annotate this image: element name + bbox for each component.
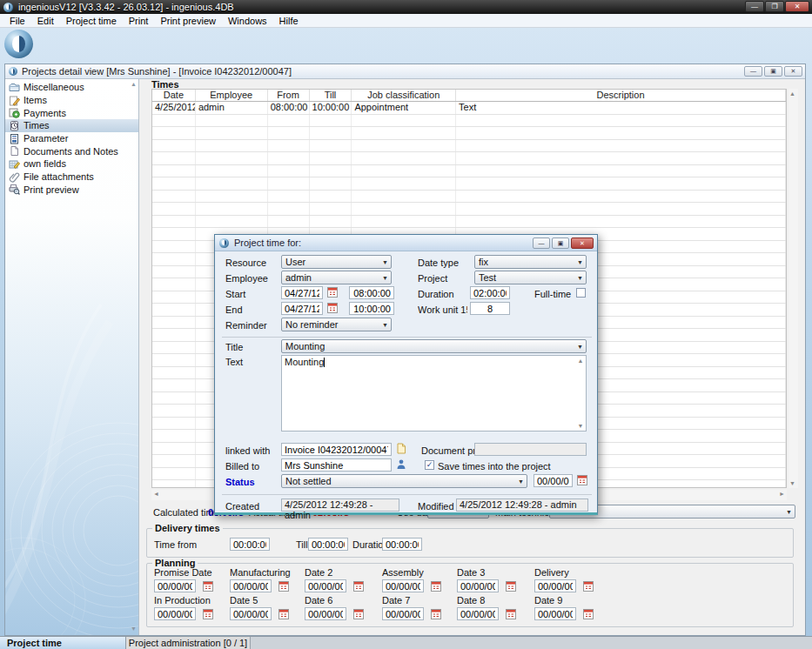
planning-date-field[interactable]: [154, 579, 196, 592]
table-row[interactable]: [152, 191, 786, 204]
table-row[interactable]: [152, 165, 786, 178]
calendar-icon[interactable]: [278, 608, 289, 619]
calendar-icon[interactable]: [327, 286, 338, 298]
sidebar-scroll-up-icon[interactable]: ▲: [131, 81, 137, 87]
column-header-date[interactable]: Date: [152, 90, 196, 101]
planning-date-field[interactable]: [382, 579, 424, 592]
dialog-close-button[interactable]: ✕: [571, 238, 594, 249]
dialog-titlebar[interactable]: Project time for: — ▣ ✕: [215, 235, 597, 251]
sidebar-item-payments[interactable]: Payments: [5, 106, 138, 119]
maximize-button[interactable]: ❐: [765, 1, 784, 12]
table-row[interactable]: [152, 115, 786, 128]
window-close-button[interactable]: ✕: [784, 66, 802, 77]
close-button[interactable]: ✕: [785, 1, 809, 12]
work-unit-field[interactable]: [470, 302, 510, 315]
sidebar-item-file-attachments[interactable]: File attachments: [5, 171, 138, 184]
document-project-field[interactable]: [474, 443, 587, 456]
menu-print[interactable]: Print: [123, 16, 155, 26]
status-select[interactable]: Not settled▼: [281, 474, 527, 488]
table-row[interactable]: [152, 177, 786, 191]
scroll-up-icon[interactable]: ▲: [576, 358, 585, 364]
planning-date-field[interactable]: [457, 579, 499, 592]
sidebar-item-documents-and-notes[interactable]: Documents and Notes: [5, 144, 138, 157]
table-row[interactable]: [152, 216, 786, 229]
planning-date-field[interactable]: [382, 607, 424, 620]
calendar-icon[interactable]: [327, 302, 338, 313]
table-row[interactable]: [152, 203, 786, 216]
start-date-field[interactable]: [281, 286, 323, 299]
sidebar-item-items[interactable]: Items: [5, 94, 138, 107]
column-header-till[interactable]: Till: [310, 90, 352, 101]
scroll-down-icon[interactable]: ▼: [576, 423, 585, 429]
table-row[interactable]: [152, 152, 786, 165]
window-minimize-button[interactable]: —: [744, 66, 762, 77]
statusbar-tab-project-administration[interactable]: Project administration [0 / 1]: [126, 637, 251, 649]
resource-select[interactable]: User▼: [281, 255, 392, 269]
planning-date-field[interactable]: [534, 607, 576, 620]
scroll-up-icon[interactable]: ▲: [789, 90, 795, 97]
date-type-select[interactable]: fix▼: [474, 255, 587, 269]
sidebar-scroll-down-icon[interactable]: ▼: [131, 626, 137, 632]
column-header-job-classification[interactable]: Job classification: [352, 90, 456, 101]
scroll-right-icon[interactable]: ►: [779, 491, 785, 497]
detail-window-titlebar[interactable]: Projects detail view [Mrs Sunshine] - [I…: [5, 64, 805, 79]
planning-date-field[interactable]: [534, 579, 576, 592]
calendar-icon[interactable]: [278, 580, 289, 592]
start-time-field[interactable]: [349, 286, 394, 299]
calendar-icon[interactable]: [583, 608, 594, 619]
calendar-icon[interactable]: [353, 580, 364, 592]
end-time-field[interactable]: [349, 302, 394, 315]
save-times-checkbox[interactable]: ✓: [425, 460, 434, 470]
scroll-left-icon[interactable]: ◄: [153, 491, 159, 497]
person-icon[interactable]: [396, 458, 406, 470]
menu-print-preview[interactable]: Print preview: [154, 16, 222, 26]
planning-date-field[interactable]: [230, 607, 272, 620]
column-header-from[interactable]: From: [268, 90, 310, 101]
planning-date-field[interactable]: [305, 607, 346, 620]
menu-project-time[interactable]: Project time: [60, 16, 123, 26]
text-textarea[interactable]: Mounting ▲ ▼: [281, 355, 587, 432]
planning-date-field[interactable]: [305, 579, 346, 592]
menu-file[interactable]: File: [3, 16, 31, 26]
reminder-select[interactable]: No reminder▼: [281, 318, 392, 331]
employee-select[interactable]: admin▼: [281, 271, 392, 284]
calendar-icon[interactable]: [431, 608, 441, 619]
dialog-maximize-button[interactable]: ▣: [552, 238, 569, 249]
duration-field[interactable]: [382, 538, 422, 551]
end-date-field[interactable]: [281, 302, 323, 315]
table-row[interactable]: 4/25/2012admin08:00:0010:00:00Appointmen…: [152, 102, 786, 115]
menu-windows[interactable]: Windows: [222, 16, 273, 26]
table-row[interactable]: [152, 127, 786, 140]
title-combobox[interactable]: Mounting▼: [281, 339, 587, 353]
sidebar-item-times[interactable]: Times: [5, 119, 138, 132]
table-vertical-scrollbar[interactable]: ▲ ▼: [789, 89, 798, 488]
menu-edit[interactable]: Edit: [31, 16, 60, 26]
duration-field[interactable]: [470, 286, 510, 299]
column-header-description[interactable]: Description: [456, 90, 786, 101]
scroll-down-icon[interactable]: ▼: [789, 480, 795, 486]
calendar-icon[interactable]: [203, 580, 213, 592]
calendar-icon[interactable]: [506, 580, 516, 592]
billed-to-field[interactable]: [281, 458, 392, 472]
calendar-icon[interactable]: [583, 580, 594, 592]
column-header-employee[interactable]: Employee: [196, 90, 268, 101]
status-date-field[interactable]: [534, 474, 573, 487]
window-maximize-button[interactable]: ▣: [764, 66, 782, 77]
till-field[interactable]: [308, 538, 348, 551]
sidebar-item-parameter[interactable]: Parameter: [5, 132, 138, 145]
linked-with-field[interactable]: [281, 443, 392, 456]
sidebar-item-miscellaneous[interactable]: Miscellaneous: [5, 81, 138, 94]
calendar-icon[interactable]: [353, 608, 364, 619]
calendar-icon[interactable]: [577, 474, 587, 485]
calendar-icon[interactable]: [431, 580, 441, 592]
full-time-checkbox[interactable]: [576, 288, 586, 298]
dialog-minimize-button[interactable]: —: [533, 238, 550, 249]
sidebar-item-print-preview[interactable]: Print preview: [5, 184, 138, 197]
calendar-icon[interactable]: [203, 608, 213, 619]
planning-date-field[interactable]: [457, 607, 499, 620]
table-row[interactable]: [152, 140, 786, 153]
menu-hilfe[interactable]: Hilfe: [273, 16, 305, 26]
calendar-icon[interactable]: [506, 608, 516, 619]
planning-date-field[interactable]: [230, 579, 272, 592]
sidebar-item-own-fields[interactable]: own fields: [5, 157, 138, 171]
